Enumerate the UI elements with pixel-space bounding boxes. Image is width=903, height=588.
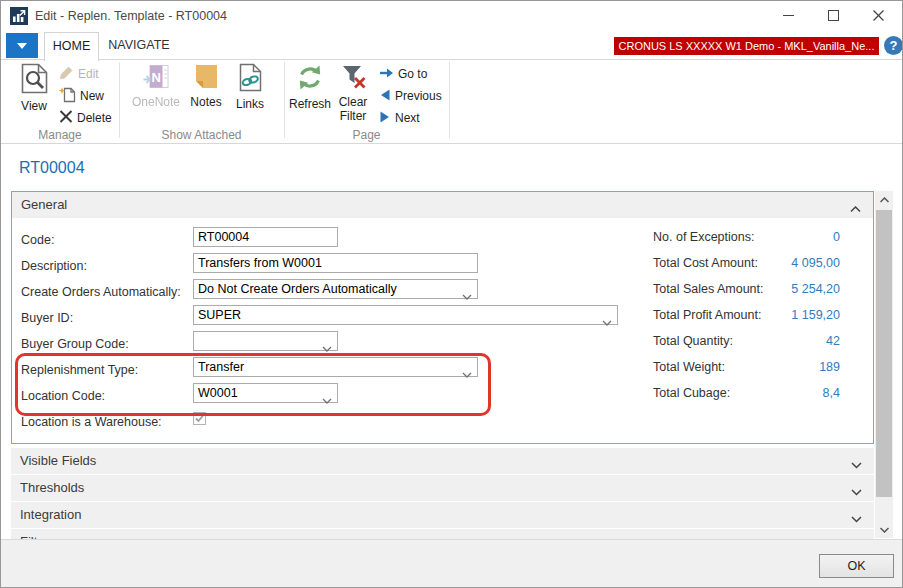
onenote-icon: N [129, 63, 183, 93]
chevron-down-icon[interactable] [851, 512, 862, 526]
location-code-select[interactable]: W0001 [193, 383, 338, 403]
total-profit-label: Total Profit Amount: [653, 308, 761, 322]
total-weight-value[interactable]: 189 [819, 360, 840, 374]
total-sales-value[interactable]: 5 254,20 [791, 282, 840, 296]
refresh-icon [287, 63, 333, 95]
title-bar: Edit - Replen. Template - RT00004 [1, 1, 902, 31]
fasttab-general-header[interactable]: General [12, 192, 873, 218]
total-cubage-value[interactable]: 8,4 [823, 386, 840, 400]
close-button[interactable] [856, 1, 901, 30]
ok-button[interactable]: OK [819, 554, 894, 578]
total-quantity-label: Total Quantity: [653, 334, 733, 348]
edit-button: Edit [59, 64, 99, 84]
app-icon [10, 7, 28, 25]
exceptions-value[interactable]: 0 [833, 230, 840, 244]
tab-navigate[interactable]: NAVIGATE [103, 32, 175, 59]
description-label: Description: [21, 256, 87, 276]
chevron-up-icon[interactable] [850, 202, 861, 216]
scroll-up-icon[interactable] [875, 191, 893, 208]
chevron-down-icon[interactable] [851, 485, 862, 499]
app-window: Edit - Replen. Template - RT00004 HOME N… [0, 0, 903, 588]
total-row: Total Weight:189 [653, 357, 840, 383]
total-row: Total Cost Amount:4 095,00 [653, 253, 840, 279]
caret-down-icon [17, 43, 27, 49]
sticky-note-icon [185, 63, 227, 93]
scroll-down-icon[interactable] [875, 521, 893, 538]
pencil-icon [59, 65, 74, 83]
code-input[interactable]: RT00004 [193, 227, 338, 247]
location-warehouse-label: Location is a Warehouse: [21, 412, 162, 432]
previous-button[interactable]: Previous [379, 86, 442, 106]
delete-x-icon [59, 110, 73, 126]
fasttab-visible-fields[interactable]: Visible Fields [11, 448, 874, 474]
replenishment-type-label: Replenishment Type: [21, 360, 138, 380]
links-chain-icon [229, 63, 271, 95]
total-row: Total Profit Amount:1 159,20 [653, 305, 840, 331]
view-document-magnifier-icon [13, 63, 55, 97]
replenishment-type-select[interactable]: Transfer [193, 357, 478, 377]
svg-text:N: N [151, 70, 160, 85]
goto-button[interactable]: Go to [379, 64, 427, 84]
view-button[interactable]: View [13, 63, 55, 115]
new-page-icon [59, 87, 76, 106]
chevron-down-icon [322, 339, 332, 357]
group-divider [284, 62, 285, 138]
description-input[interactable]: Transfers from W0001 [193, 253, 478, 273]
fasttab-general-body: Code: RT00004 Description: Transfers fro… [12, 218, 873, 443]
total-cubage-label: Total Cubage: [653, 386, 730, 400]
buyer-group-label: Buyer Group Code: [21, 334, 129, 354]
field-row-location-warehouse: Location is a Warehouse: [12, 409, 873, 435]
group-label-show-attached: Show Attached [119, 128, 284, 143]
totals-column: No. of Exceptions:0 Total Cost Amount:4 … [653, 227, 840, 409]
notes-button[interactable]: Notes [185, 63, 227, 115]
scrollbar-thumb[interactable] [876, 210, 892, 497]
buyer-id-select[interactable]: SUPER [193, 305, 618, 325]
chevron-down-icon[interactable] [851, 458, 862, 472]
code-label: Code: [21, 230, 54, 250]
next-button[interactable]: Next [379, 108, 420, 128]
new-button[interactable]: New [59, 86, 104, 106]
group-label-page: Page [284, 128, 449, 143]
group-label-manage: Manage [1, 128, 119, 143]
fasttab-integration[interactable]: Integration [11, 502, 874, 528]
window-title: Edit - Replen. Template - RT00004 [35, 1, 227, 31]
previous-arrow-icon [379, 89, 391, 104]
help-button[interactable]: ? [884, 36, 903, 55]
delete-button[interactable]: Delete [59, 108, 112, 128]
location-warehouse-checkbox [193, 412, 206, 425]
clear-filter-funnel-icon [333, 63, 373, 93]
total-row: No. of Exceptions:0 [653, 227, 840, 253]
location-code-label: Location Code: [21, 386, 105, 406]
total-row: Total Cubage:8,4 [653, 383, 840, 409]
chevron-down-icon [322, 391, 332, 409]
ribbon: View Edit New Delete N OneNote [1, 59, 902, 144]
group-divider [119, 62, 120, 138]
create-orders-select[interactable]: Do Not Create Orders Automatically [193, 279, 478, 299]
create-orders-label: Create Orders Automatically: [21, 282, 181, 302]
buyer-group-select[interactable] [193, 331, 338, 351]
company-role-badge: CRONUS LS XXXXX W1 Demo - MKL_Vanilla_Ne… [614, 37, 879, 55]
refresh-button[interactable]: Refresh [287, 63, 333, 115]
page-title: RT00004 [19, 159, 85, 177]
total-quantity-value[interactable]: 42 [826, 334, 840, 348]
exceptions-label: No. of Exceptions: [653, 230, 754, 244]
fasttab-thresholds[interactable]: Thresholds [11, 475, 874, 501]
group-divider [449, 62, 450, 138]
clear-filter-button[interactable]: Clear Filter [333, 63, 373, 115]
chevron-down-icon [462, 287, 472, 305]
links-button[interactable]: Links [229, 63, 271, 115]
total-row: Total Sales Amount:5 254,20 [653, 279, 840, 305]
app-menu-button[interactable] [6, 33, 38, 58]
tab-home[interactable]: HOME [44, 32, 99, 61]
fasttab-general-label: General [21, 192, 67, 218]
vertical-scrollbar[interactable] [875, 191, 893, 538]
next-arrow-icon [379, 111, 391, 126]
chevron-down-icon [602, 313, 612, 331]
total-cost-label: Total Cost Amount: [653, 256, 758, 270]
total-profit-value[interactable]: 1 159,20 [791, 308, 840, 322]
minimize-button[interactable] [766, 1, 811, 30]
total-cost-value[interactable]: 4 095,00 [791, 256, 840, 270]
total-weight-label: Total Weight: [653, 360, 725, 374]
maximize-button[interactable] [811, 1, 856, 30]
goto-arrow-icon [379, 67, 394, 82]
